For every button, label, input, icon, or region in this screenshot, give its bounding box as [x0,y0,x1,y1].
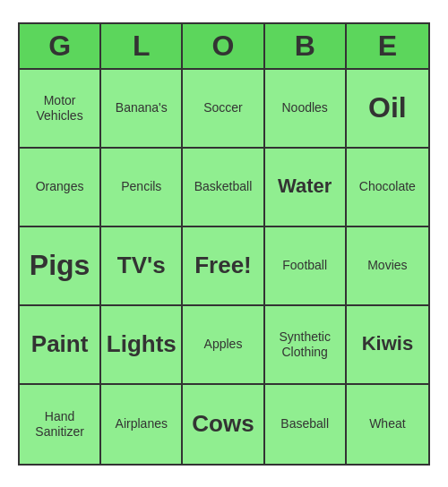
bingo-cell-15: Paint [20,306,101,385]
cell-text-0: Motor Vehicles [23,93,96,124]
bingo-cell-16: Lights [101,306,183,385]
bingo-cell-8: Water [265,149,347,227]
cell-text-13: Football [282,258,327,273]
bingo-grid: Motor VehiclesBanana'sSoccerNoodlesOilOr… [20,70,428,464]
bingo-cell-0: Motor Vehicles [20,70,101,149]
bingo-cell-19: Kiwis [347,306,428,385]
cell-text-7: Basketball [194,179,253,194]
cell-text-14: Movies [367,258,407,273]
bingo-cell-6: Pencils [101,149,183,227]
header-o: O [183,24,264,68]
cell-text-18: Synthetic Clothing [269,329,341,360]
cell-text-2: Soccer [203,100,243,115]
cell-text-11: TV's [117,252,166,279]
cell-text-22: Cows [192,410,254,438]
bingo-cell-12: Free! [183,227,264,306]
bingo-cell-18: Synthetic Clothing [265,306,347,385]
bingo-cell-11: TV's [101,227,183,306]
bingo-cell-17: Apples [183,306,264,385]
bingo-cell-23: Baseball [265,385,347,464]
header-l: L [101,24,183,68]
bingo-cell-24: Wheat [347,385,428,464]
cell-text-4: Oil [368,90,407,124]
header-b: B [265,24,347,68]
cell-text-19: Kiwis [362,332,413,355]
cell-text-12: Free! [194,252,252,279]
cell-text-20: Hand Sanitizer [23,409,96,440]
bingo-cell-21: Airplanes [101,385,183,464]
cell-text-15: Paint [31,330,89,358]
cell-text-5: Oranges [36,179,84,194]
bingo-cell-22: Cows [183,385,264,464]
header-g: G [20,24,101,68]
cell-text-21: Airplanes [116,416,168,431]
cell-text-23: Baseball [280,416,329,431]
bingo-card: G L O B E Motor VehiclesBanana'sSoccerNo… [18,22,430,466]
header-e: E [347,24,428,68]
cell-text-1: Banana's [116,100,168,115]
cell-text-17: Apples [204,337,243,352]
bingo-cell-9: Chocolate [347,149,428,227]
cell-text-6: Pencils [121,179,161,194]
cell-text-9: Chocolate [359,179,416,194]
bingo-cell-3: Noodles [265,70,347,149]
bingo-cell-20: Hand Sanitizer [20,385,101,464]
cell-text-16: Lights [107,330,177,358]
cell-text-3: Noodles [282,100,328,115]
bingo-cell-7: Basketball [183,149,264,227]
bingo-header: G L O B E [20,24,428,70]
cell-text-8: Water [278,175,332,198]
bingo-cell-2: Soccer [183,70,264,149]
bingo-cell-10: Pigs [20,227,101,306]
cell-text-24: Wheat [369,416,405,431]
bingo-cell-1: Banana's [101,70,183,149]
bingo-cell-5: Oranges [20,149,101,227]
bingo-cell-13: Football [265,227,347,306]
cell-text-10: Pigs [30,248,90,282]
bingo-cell-14: Movies [347,227,428,306]
bingo-cell-4: Oil [347,70,428,149]
